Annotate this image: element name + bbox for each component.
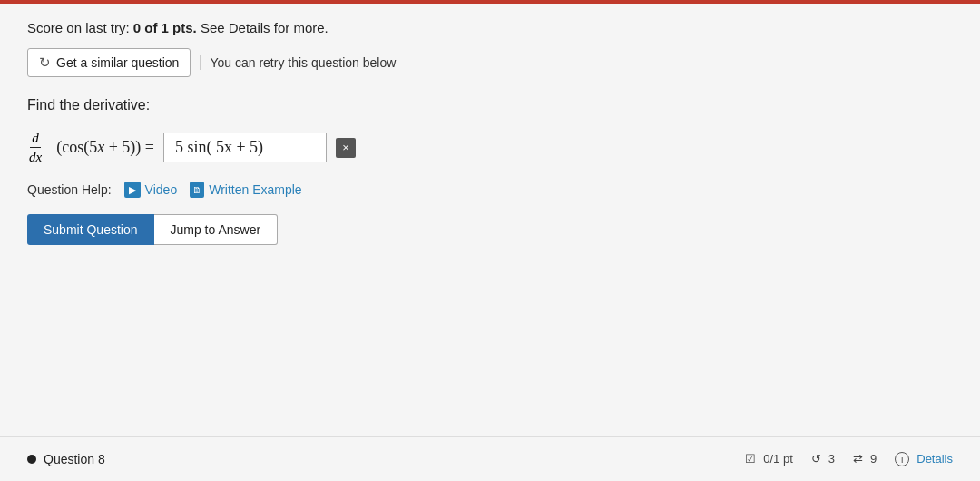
fraction-denominator: dx	[27, 148, 44, 165]
details-label[interactable]: Details	[916, 452, 953, 466]
math-expression: (cos(5x + 5)) =	[56, 138, 154, 157]
info-icon[interactable]: i	[895, 452, 909, 466]
retry-text: You can retry this question below	[200, 55, 396, 70]
score-bold: 0 of 1 pts.	[133, 20, 197, 35]
submit-question-button[interactable]: Submit Question	[27, 214, 154, 245]
math-row: d dx (cos(5x + 5)) = 5 sin( 5x + 5) ×	[27, 130, 953, 165]
written-example-link[interactable]: 🗎 Written Example	[190, 182, 301, 198]
bullet-dot	[27, 455, 36, 464]
video-icon: ▶	[124, 182, 141, 198]
jump-to-answer-button[interactable]: Jump to Answer	[154, 214, 279, 245]
question-help-label: Question Help:	[27, 182, 112, 197]
jump-label: Jump to Answer	[171, 222, 261, 237]
score-value: 0/1 pt	[763, 452, 793, 466]
document-icon: 🗎	[190, 182, 204, 198]
score-badge-icon: ☑	[745, 452, 756, 466]
answer-input[interactable]: 5 sin( 5x + 5)	[163, 133, 327, 162]
score-line: Score on last try: 0 of 1 pts. See Detai…	[27, 20, 953, 35]
attempt-icon: ⇄	[853, 452, 863, 466]
bottom-bar: Question 8 ☑ 0/1 pt ↺ 3 ⇄ 9 i Details	[0, 436, 980, 481]
x-icon: ×	[342, 141, 349, 154]
video-label: Video	[145, 182, 178, 197]
answer-value: 5 sin( 5x + 5)	[175, 138, 263, 156]
main-container: Score on last try: 0 of 1 pts. See Detai…	[0, 4, 980, 289]
fraction-numerator: d	[30, 130, 41, 148]
score-suffix: See Details for more.	[197, 20, 328, 35]
submit-label: Submit Question	[44, 222, 138, 237]
question-8-label: Question 8	[44, 452, 105, 466]
video-help-link[interactable]: ▶ Video	[124, 182, 178, 198]
question-8-row: Question 8	[27, 452, 105, 466]
derivative-fraction: d dx	[27, 130, 44, 165]
retry-icon: ↺	[811, 452, 821, 466]
similar-question-button[interactable]: ↻ Get a similar question	[27, 48, 191, 77]
bottom-right: ☑ 0/1 pt ↺ 3 ⇄ 9 i Details	[745, 452, 953, 466]
question-help-row: Question Help: ▶ Video 🗎 Written Example	[27, 182, 953, 198]
clear-button[interactable]: ×	[336, 138, 356, 158]
action-row: Submit Question Jump to Answer	[27, 214, 953, 245]
score-prefix: Score on last try:	[27, 20, 133, 35]
similar-question-row: ↻ Get a similar question You can retry t…	[27, 48, 953, 77]
written-example-label: Written Example	[209, 182, 301, 197]
similar-question-label: Get a similar question	[56, 55, 179, 70]
attempt-count: 9	[870, 452, 877, 466]
retry-count: 3	[828, 452, 835, 466]
find-derivative-label: Find the derivative:	[27, 97, 953, 113]
refresh-icon: ↻	[39, 54, 51, 71]
